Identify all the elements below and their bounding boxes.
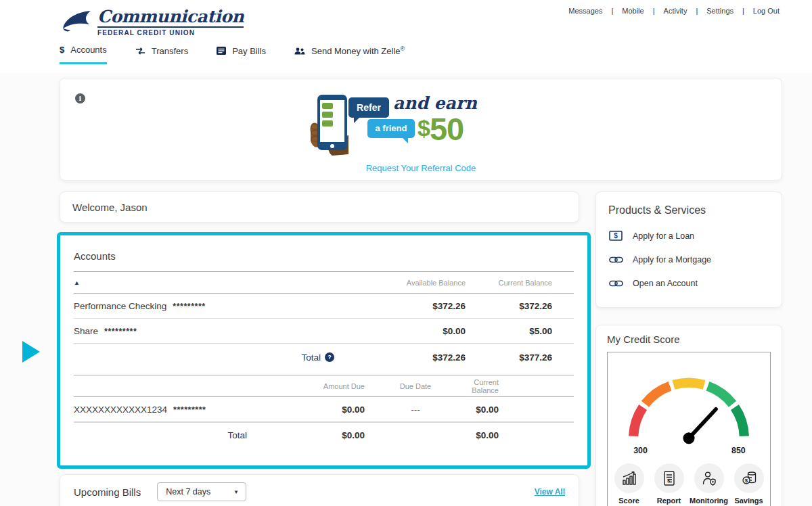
logo-text: Communication FEDERAL CREDIT UNION [97,8,244,37]
select-value: Next 7 days [166,487,210,497]
brand-logo[interactable]: Communication FEDERAL CREDIT UNION [60,8,244,37]
account-name[interactable]: Share********* [74,326,364,336]
action-label: Report [657,497,681,505]
tab-accounts[interactable]: $ Accounts [60,45,107,64]
accounts-card-highlighted: Accounts ▲ Available Balance Current Bal… [57,232,591,469]
dollar-icon: $ [60,45,64,55]
banner-amount: $50 [418,111,464,146]
total-current-value: $0.00 [466,430,574,440]
bills-range-select[interactable]: Next 7 days ▾ [157,482,246,501]
product-label: Apply for a Mortgage [633,255,711,264]
transfer-arrows-icon [135,47,145,55]
tab-label: Send Money with Zelle® [311,45,405,56]
total-label: Total? [74,352,364,363]
total-available-value: $372.26 [364,352,466,363]
account-row-performance-checking[interactable]: Performance Checking********* $372.26 $3… [74,294,574,319]
nav-activity[interactable]: Activity [664,7,687,15]
action-label: Savings [734,497,763,505]
svg-text:$: $ [614,232,618,239]
credit-action-report[interactable]: $ Report [652,463,686,505]
accounts-title: Accounts [74,245,574,271]
link-icon [608,279,623,288]
nav-settings[interactable]: Settings [706,7,734,15]
utility-nav: Messages| Mobile| Activity| Settings| Lo… [568,7,780,15]
total-current-value: $377.26 [466,352,574,363]
tab-transfers[interactable]: Transfers [135,45,188,64]
bill-list-icon [217,47,226,55]
current-balance-value: $5.00 [466,326,574,336]
request-referral-code-link[interactable]: Request Your Referral Code [60,163,782,173]
apply-mortgage-link[interactable]: Apply for a Mortgage [608,255,769,264]
gauge-min-label: 300 [633,446,648,455]
col-available-balance: Available Balance [364,279,466,287]
credit-action-monitoring[interactable]: Monitoring [692,463,726,505]
tab-label: Accounts [70,45,106,55]
registered-mark: ® [401,45,405,52]
apply-loan-link[interactable]: $ Apply for a Loan [608,231,769,241]
nav-messages[interactable]: Messages [568,7,602,15]
nav-separator: | [696,7,698,15]
credit-action-savings[interactable]: $ Savings [732,463,766,505]
nav-separator: | [611,7,613,15]
action-label: Monitoring [690,497,728,505]
people-icon [294,47,305,55]
col-due-date: Due Date [365,382,466,390]
gauge-needle [689,409,716,438]
nav-logout[interactable]: Log Out [753,7,780,15]
sort-caret-icon[interactable]: ▲ [74,279,364,286]
nav-separator: | [653,7,655,15]
gauge-max-label: 850 [731,446,746,455]
open-account-link[interactable]: Open an Account [608,279,769,288]
deposit-total-row: Total? $372.26 $377.26 [74,344,574,371]
dollar-bill-icon: $ [608,231,623,241]
brand-name: Communication [97,8,244,28]
view-all-link[interactable]: View All [535,487,565,497]
deposit-table-header: ▲ Available Balance Current Balance [74,272,574,294]
total-label: Total [74,430,263,440]
account-row-share[interactable]: Share********* $0.00 $5.00 [74,319,574,344]
friend-bubble: a friend [367,119,415,138]
available-balance-value: $0.00 [364,326,466,336]
account-name[interactable]: Performance Checking********* [74,301,364,311]
tab-label: Transfers [152,46,188,56]
tab-zelle[interactable]: Send Money with Zelle® [294,45,405,64]
tab-pay-bills[interactable]: Pay Bills [217,45,266,64]
product-label: Apply for a Loan [633,231,694,241]
masked-number: ********* [104,327,137,336]
credit-score-gauge: 300 850 [621,370,757,458]
welcome-title: Welcome, Jason [72,202,148,213]
loan-table-header: Amount Due Due Date Current Balance [74,375,574,397]
nav-mobile[interactable]: Mobile [622,7,644,15]
action-label: Score [618,497,639,505]
report-document-icon: $ [654,463,684,493]
account-name[interactable]: XXXXXXXXXXXX1234********* [74,405,263,415]
due-date-value: --- [365,405,466,415]
masked-number: ********* [173,302,205,311]
help-icon[interactable]: ? [325,352,334,362]
savings-coins-icon: $ [734,463,764,493]
credit-action-score[interactable]: Score [612,463,646,505]
products-services-card: Products & Services $ Apply for a Loan A… [595,191,782,308]
col-current-balance: Current Balance [466,279,574,287]
upcoming-bills-card: Upcoming Bills Next 7 days ▾ View All [60,474,579,506]
referral-banner: i Refer a friend and earn $50 Request Yo… [60,78,782,181]
referral-graphic: Refer a friend and earn $50 [309,93,533,156]
chevron-down-icon: ▾ [235,488,238,495]
tab-label: Pay Bills [232,46,266,56]
current-balance-value: $372.26 [466,301,574,311]
banner-tagline: and earn [393,93,477,113]
monitoring-person-shield-icon [694,463,724,493]
available-balance-value: $372.26 [364,301,466,311]
link-icon [608,256,623,264]
brand-tagline: FEDERAL CREDIT UNION [97,29,244,37]
account-row-loan-1234[interactable]: XXXXXXXXXXXX1234********* $0.00 --- $0.0… [74,397,574,422]
masked-number: ********* [173,405,206,415]
annotation-pointer-arrow [22,341,40,363]
col-amount-due: Amount Due [263,382,365,390]
credit-score-card: My Credit Score 300 850 Score $ [595,325,782,506]
amount-due-value: $0.00 [263,405,365,415]
svg-text:$: $ [667,478,670,484]
svg-text:$: $ [744,478,748,484]
refer-bubble: Refer [348,97,389,118]
info-icon[interactable]: i [75,93,85,104]
